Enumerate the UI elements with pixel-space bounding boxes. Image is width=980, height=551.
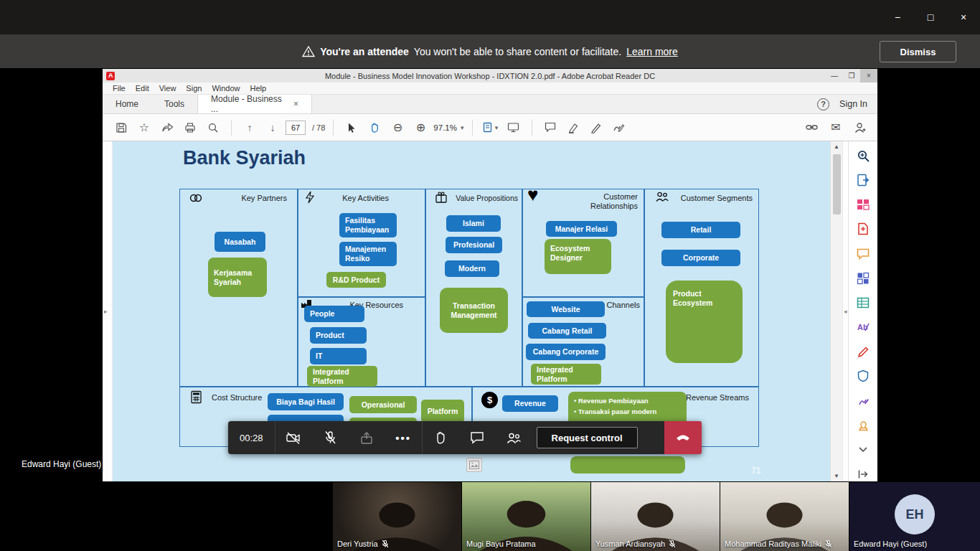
- menu-file[interactable]: File: [108, 83, 131, 93]
- comment-icon[interactable]: [540, 118, 560, 138]
- zoom-level-dropdown[interactable]: 97.1% ▾: [433, 123, 463, 132]
- mic-muted-icon: [668, 540, 677, 548]
- left-panel-toggle-icon[interactable]: ▸: [104, 308, 108, 315]
- select-tool-icon[interactable]: [341, 118, 362, 138]
- spreadsheet-icon[interactable]: [855, 296, 871, 310]
- export-pdf-icon[interactable]: [855, 173, 871, 187]
- bmc-item: Ecosystem Designer: [545, 239, 611, 274]
- hang-up-button[interactable]: [664, 421, 702, 454]
- draw-icon[interactable]: [586, 118, 606, 138]
- star-icon[interactable]: ☆: [134, 118, 154, 138]
- mic-off-icon[interactable]: [312, 421, 349, 454]
- section-label: Key Partners: [241, 194, 287, 202]
- organize-pages-icon[interactable]: [855, 197, 871, 212]
- share-screen-icon[interactable]: [349, 421, 385, 454]
- tab-tools[interactable]: Tools: [151, 95, 197, 113]
- participant-filmstrip: Deri Yustria Mugi Bayu Pratama Yusman Ar…: [332, 482, 980, 551]
- menu-view[interactable]: View: [154, 83, 182, 93]
- raise-hand-icon[interactable]: [423, 421, 459, 454]
- tab-document-label: Module - Business ...: [211, 94, 286, 114]
- left-panel-strip: ▸: [103, 141, 113, 481]
- menu-help[interactable]: Help: [245, 83, 272, 93]
- participant-tile-self[interactable]: EH Edward Hayi (Guest): [849, 482, 980, 551]
- edit-pdf-icon[interactable]: [855, 344, 871, 359]
- page-total-label: / 78: [312, 123, 325, 132]
- bmc-item: Retail: [661, 222, 740, 238]
- menu-edit[interactable]: Edit: [131, 83, 154, 93]
- print-icon[interactable]: [180, 118, 200, 138]
- vertical-scrollbar[interactable]: ▲ ▼: [830, 141, 842, 481]
- participant-tile[interactable]: Mohammad Radityas Maliki: [720, 482, 849, 551]
- bmc-item: Islami: [446, 215, 501, 232]
- acrobat-minimize-button[interactable]: —: [826, 69, 843, 83]
- bmc-item: Transaction Management: [440, 288, 508, 333]
- calculator-icon: [190, 390, 202, 407]
- bmc-item-partial: [570, 456, 685, 474]
- window-maximize-button[interactable]: □: [914, 0, 947, 34]
- page-number-input[interactable]: [286, 121, 306, 135]
- tools-pane-toggle-icon[interactable]: ◂: [844, 308, 847, 315]
- page-up-icon[interactable]: ↑: [240, 118, 260, 138]
- combine-files-icon[interactable]: [855, 271, 871, 286]
- section-label: Channels: [607, 301, 640, 309]
- scroll-up-icon[interactable]: ▲: [831, 143, 842, 150]
- people-icon: [655, 191, 669, 206]
- learn-more-link[interactable]: Learn more: [626, 46, 678, 57]
- participant-name: Mugi Bayu Pratama: [466, 540, 536, 548]
- participant-tile[interactable]: Mugi Bayu Pratama: [461, 482, 590, 551]
- tab-document[interactable]: Module - Business ... ×: [197, 95, 312, 113]
- acrobat-window: Module - Business Model Innovation Works…: [103, 69, 877, 481]
- comment-tool-icon[interactable]: [855, 247, 871, 261]
- scrollbar-thumb[interactable]: [833, 154, 841, 215]
- link-icon[interactable]: [801, 118, 821, 138]
- menu-window[interactable]: Window: [207, 83, 245, 93]
- request-control-button[interactable]: Request control: [537, 427, 638, 448]
- pen-tool-icon[interactable]: [855, 393, 871, 408]
- page-down-icon[interactable]: ↓: [263, 118, 283, 138]
- more-tools-chevron-icon[interactable]: [855, 443, 871, 457]
- add-account-icon[interactable]: [850, 118, 870, 138]
- stamp-icon[interactable]: [855, 418, 871, 433]
- participant-name: Yusman Ardiansyah: [595, 540, 665, 548]
- bmc-item: Manajemen Resiko: [339, 242, 397, 266]
- window-close-button[interactable]: ×: [947, 0, 980, 34]
- zoom-tool-icon[interactable]: [855, 149, 871, 163]
- bmc-item: Cabang Corporate: [526, 344, 606, 360]
- fill-sign-icon[interactable]: Ab: [855, 320, 871, 334]
- help-icon[interactable]: ?: [817, 98, 829, 110]
- zoom-out-icon[interactable]: ⊖: [387, 118, 407, 138]
- acrobat-close-button[interactable]: ×: [860, 69, 877, 83]
- page-view-icon[interactable]: ▾: [481, 118, 501, 138]
- tab-home[interactable]: Home: [103, 95, 151, 113]
- slide-title: Bank Syariah: [183, 147, 306, 169]
- zoom-in-icon[interactable]: ⊕: [410, 118, 430, 138]
- open-pane-icon[interactable]: [855, 467, 871, 481]
- highlight-icon[interactable]: [563, 118, 583, 138]
- warning-icon: [302, 45, 315, 57]
- hand-tool-icon[interactable]: [364, 118, 385, 138]
- presentation-icon[interactable]: [504, 118, 524, 138]
- participant-tile[interactable]: Deri Yustria: [332, 482, 461, 551]
- bmc-item: Profesional: [446, 237, 502, 253]
- mic-muted-icon: [824, 540, 833, 548]
- more-options-icon[interactable]: •••: [385, 421, 422, 454]
- menu-sign[interactable]: Sign: [181, 83, 207, 93]
- scroll-down-icon[interactable]: ▼: [831, 473, 842, 479]
- dismiss-button[interactable]: Dismiss: [880, 41, 956, 62]
- acrobat-restore-button[interactable]: ❐: [843, 69, 860, 83]
- sign-in-button[interactable]: Sign In: [839, 99, 867, 109]
- chat-icon[interactable]: [459, 421, 496, 454]
- bmc-item: Fasilitas Pembiayaan: [339, 213, 397, 237]
- protect-icon[interactable]: [855, 369, 871, 383]
- tab-close-icon[interactable]: ×: [293, 99, 298, 109]
- search-icon[interactable]: [203, 118, 223, 138]
- participants-icon[interactable]: [496, 421, 532, 454]
- window-minimize-button[interactable]: −: [881, 0, 914, 34]
- participant-tile[interactable]: Yusman Ardiansyah: [590, 482, 720, 551]
- sign-icon[interactable]: [609, 118, 629, 138]
- camera-off-icon[interactable]: [275, 421, 312, 454]
- create-pdf-icon[interactable]: [855, 222, 871, 236]
- share-icon[interactable]: [157, 118, 177, 138]
- save-icon[interactable]: [111, 118, 131, 138]
- email-icon[interactable]: ✉: [826, 118, 846, 138]
